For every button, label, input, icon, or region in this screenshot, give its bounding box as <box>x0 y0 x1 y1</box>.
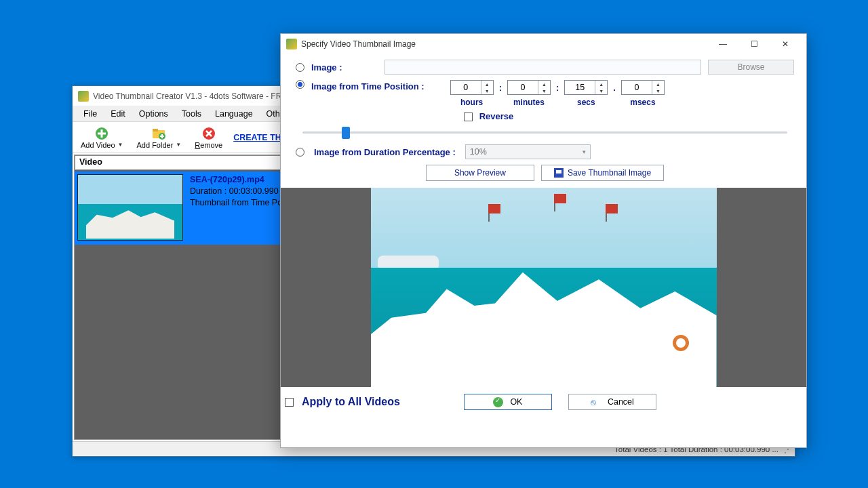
time-separator: : <box>556 83 559 93</box>
show-preview-button[interactable]: Show Preview <box>426 165 534 181</box>
app-icon <box>78 91 89 102</box>
msecs-input[interactable] <box>622 82 652 93</box>
cancel-button[interactable]: Cancel <box>568 394 656 410</box>
spin-up-icon[interactable]: ▲ <box>652 81 664 87</box>
main-title: Video Thumbnail Creator V1.3 - 4dots Sof… <box>93 92 292 101</box>
label-time-position: Image from Time Position : <box>311 81 425 92</box>
svg-rect-4 <box>153 129 158 131</box>
spin-up-icon[interactable]: ▲ <box>538 81 550 87</box>
add-folder-button[interactable]: Add Folder▼ <box>134 125 184 150</box>
dialog-titlebar[interactable]: Specify Video Thumbnail Image — ☐ ✕ <box>281 34 806 54</box>
unit-msecs: msecs <box>630 98 655 107</box>
label-image: Image : <box>311 62 342 73</box>
radio-image[interactable] <box>296 63 304 72</box>
msecs-stepper[interactable]: ▲▼ <box>621 80 665 95</box>
add-folder-label: Add Folder <box>137 141 174 149</box>
menu-edit[interactable]: Edit <box>104 107 132 121</box>
label-duration-pct: Image from Duration Percentage : <box>314 147 456 157</box>
minimize-button[interactable]: — <box>707 34 738 54</box>
time-separator: . <box>613 83 616 93</box>
slider-thumb[interactable] <box>342 127 350 139</box>
secs-stepper[interactable]: ▲▼ <box>564 80 608 95</box>
radio-duration-pct[interactable] <box>296 148 304 157</box>
menu-language[interactable]: Language <box>208 107 260 121</box>
spin-down-icon[interactable]: ▼ <box>652 87 664 94</box>
add-video-button[interactable]: Add Video▼ <box>78 125 126 150</box>
slider-track <box>302 131 787 134</box>
save-thumbnail-label: Save Thumbnail Image <box>568 168 651 178</box>
chevron-down-icon: ▾ <box>583 148 586 155</box>
preview-area <box>281 188 806 387</box>
spin-down-icon[interactable]: ▼ <box>481 87 493 94</box>
add-video-icon <box>94 126 109 141</box>
time-slider[interactable] <box>302 127 787 138</box>
spin-down-icon[interactable]: ▼ <box>538 87 550 94</box>
save-icon <box>554 168 564 178</box>
menu-tools[interactable]: Tools <box>175 107 208 121</box>
spin-down-icon[interactable]: ▼ <box>595 87 607 94</box>
browse-button[interactable]: Browse <box>708 60 794 75</box>
menu-file[interactable]: File <box>77 107 104 121</box>
apply-all-checkbox[interactable] <box>285 398 294 407</box>
reverse-checkbox[interactable] <box>464 113 473 121</box>
remove-icon <box>201 126 216 141</box>
minutes-stepper[interactable]: ▲▼ <box>507 80 551 95</box>
dialog-title: Specify Video Thumbnail Image <box>301 39 416 49</box>
pct-value: 10% <box>470 147 487 157</box>
hours-stepper[interactable]: ▲▼ <box>450 80 494 95</box>
check-icon <box>493 397 503 407</box>
preview-image <box>371 188 717 387</box>
cancel-icon <box>591 397 601 407</box>
hours-input[interactable] <box>451 82 481 93</box>
image-path-input[interactable] <box>384 60 701 75</box>
dialog-icon <box>286 39 297 49</box>
spin-up-icon[interactable]: ▲ <box>595 81 607 87</box>
svg-rect-2 <box>98 132 106 134</box>
spin-up-icon[interactable]: ▲ <box>481 81 493 87</box>
dropdown-caret-icon[interactable]: ▼ <box>176 142 181 148</box>
menu-options[interactable]: Options <box>132 107 175 121</box>
minutes-input[interactable] <box>508 82 538 93</box>
show-preview-label: Show Preview <box>454 168 506 178</box>
unit-secs: secs <box>577 98 595 107</box>
dialog-body: Image : Browse Image from Time Position … <box>281 54 806 188</box>
add-folder-icon <box>151 126 166 141</box>
apply-all-label: Apply to All Videos <box>302 396 400 408</box>
maximize-button[interactable]: ☐ <box>738 34 770 54</box>
save-thumbnail-button[interactable]: Save Thumbnail Image <box>541 165 664 181</box>
cancel-label: Cancel <box>608 397 634 407</box>
unit-minutes: minutes <box>513 98 545 107</box>
video-thumbnail <box>77 174 183 241</box>
add-video-label: Add Video <box>81 141 115 149</box>
pct-combobox[interactable]: 10% ▾ <box>465 144 591 159</box>
remove-button[interactable]: Remove <box>192 125 225 150</box>
ok-label: OK <box>510 397 522 407</box>
thumbnail-dialog: Specify Video Thumbnail Image — ☐ ✕ Imag… <box>280 33 807 448</box>
secs-input[interactable] <box>565 82 595 93</box>
remove-label: Remove <box>195 141 222 149</box>
ok-button[interactable]: OK <box>464 394 552 410</box>
dropdown-caret-icon[interactable]: ▼ <box>118 142 123 148</box>
reverse-label: Reverse <box>479 111 514 121</box>
unit-hours: hours <box>460 98 483 107</box>
time-separator: : <box>499 83 502 93</box>
close-button[interactable]: ✕ <box>770 34 801 54</box>
svg-rect-7 <box>160 136 164 137</box>
radio-time-position[interactable] <box>296 80 304 89</box>
